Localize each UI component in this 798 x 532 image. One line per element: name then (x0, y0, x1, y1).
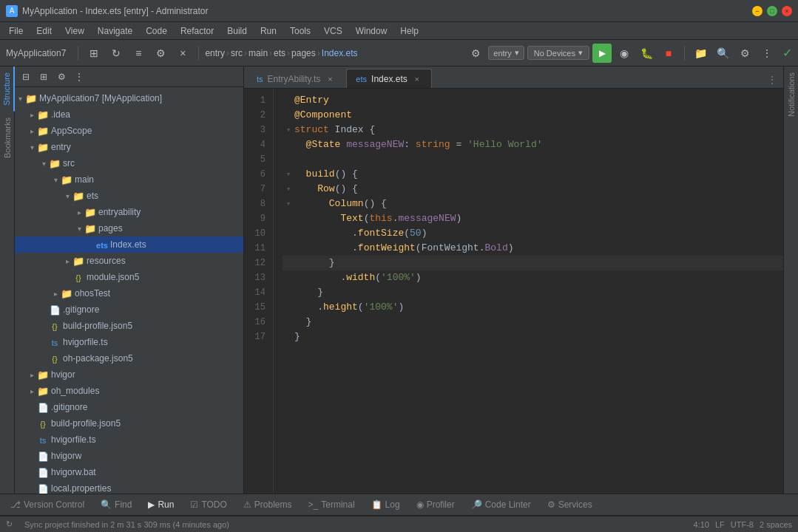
tree-item-build-profile1[interactable]: {}build-profile.json5 (15, 318, 243, 334)
project-selector[interactable]: MyApplication7 (6, 48, 66, 58)
tree-item-myapp[interactable]: ▾📁MyApplication7 [MyApplication] (15, 90, 243, 106)
fold-indicator-8[interactable]: ▾ (283, 197, 294, 211)
menu-item-refactor[interactable]: Refactor (175, 23, 220, 39)
tree-item-entry[interactable]: ▾📁entry (15, 139, 243, 155)
tree-item-gitignore2[interactable]: 📄.gitignore (15, 399, 243, 415)
fold-indicator-3[interactable]: ▾ (283, 123, 294, 137)
tree-item-local-props[interactable]: 📄local.properties (15, 480, 243, 494)
bottom-tab-profiler[interactable]: ◉ Profiler (409, 496, 462, 514)
breadcrumb-pages[interactable]: pages (291, 48, 316, 58)
tab-more-btn[interactable]: ⋮ (764, 72, 780, 88)
tab-entry-ability[interactable]: ts EntryAbility.ts × (247, 69, 345, 88)
minimize-button[interactable]: − (752, 6, 763, 16)
menu-item-edit[interactable]: Edit (30, 23, 58, 39)
tree-item-pages[interactable]: ▾📁pages (15, 220, 243, 236)
tree-item-index-ets[interactable]: etsIndex.ets (15, 236, 243, 253)
left-tab-structure[interactable]: Structure (0, 66, 15, 112)
tree-item-ets[interactable]: ▾📁ets (15, 188, 243, 204)
entry-selector[interactable]: entry ▾ (488, 46, 524, 60)
sidebar-settings-btn[interactable]: ⚙ (53, 69, 70, 85)
right-tab-notifications[interactable]: Notifications (784, 66, 798, 123)
tree-item-src[interactable]: ▾📁src (15, 155, 243, 171)
tree-item-appscope[interactable]: ▸📁AppScope (15, 123, 243, 139)
fold-indicator-7[interactable]: ▾ (283, 182, 294, 197)
file-ts-icon: ts (40, 436, 47, 445)
tree-item-hvigorfile1[interactable]: tshvigorfile.ts (15, 334, 243, 350)
bottom-tab-problems[interactable]: ⚠ Problems (236, 496, 300, 514)
menu-item-code[interactable]: Code (140, 23, 173, 39)
sidebar-expand-btn[interactable]: ⊞ (35, 69, 52, 85)
project-view-btn[interactable]: ⊞ (84, 44, 104, 63)
menu-item-view[interactable]: View (59, 23, 90, 39)
bottom-tab-version-control[interactable]: ⎇ Version Control (3, 496, 92, 514)
menu-item-help[interactable]: Help (394, 23, 425, 39)
settings-icon[interactable]: ⚙ (466, 44, 485, 63)
close-panel-btn[interactable]: × (173, 44, 192, 63)
bottom-tab-log[interactable]: 📋 Log (364, 496, 408, 514)
settings2-btn[interactable]: ⚙ (735, 44, 754, 63)
settings-btn[interactable]: ⚙ (151, 44, 170, 63)
breadcrumb-entry[interactable]: entry (205, 48, 225, 58)
tree-item-idea[interactable]: ▸📁.idea (15, 106, 243, 123)
folder-btn[interactable]: 📁 (691, 44, 710, 63)
status-sync-icon[interactable]: ↻ (6, 519, 13, 529)
debug-btn[interactable]: 🐛 (637, 44, 656, 63)
tab-indexets-close[interactable]: × (412, 74, 422, 84)
tree-item-hvigorfile2[interactable]: tshvigorfile.ts (15, 432, 243, 448)
device-selector[interactable]: No Devices ▾ (527, 46, 589, 60)
indent-setting[interactable]: 2 spaces (760, 520, 792, 529)
tree-item-oh-package1[interactable]: {}oh-package.json5 (15, 350, 243, 366)
breadcrumb-src[interactable]: src (231, 48, 243, 58)
tree-item-hvigor[interactable]: ▸📁hvigor (15, 366, 243, 383)
bottom-tab-find[interactable]: 🔍 Find (93, 496, 139, 514)
maximize-button[interactable]: □ (767, 6, 777, 16)
bottom-tab-run[interactable]: ▶ Run (141, 496, 181, 514)
fold-indicator-6[interactable]: ▾ (283, 167, 294, 182)
menu-item-navigate[interactable]: Navigate (92, 23, 138, 39)
sidebar-collapse-btn[interactable]: ⊟ (18, 69, 34, 85)
menu-item-run[interactable]: Run (254, 23, 283, 39)
tree-item-hvigorw-bat[interactable]: 📄hvigorw.bat (15, 464, 243, 480)
tree-item-hvigorw[interactable]: 📄hvigorw (15, 448, 243, 464)
menu-btn[interactable]: ⋮ (757, 44, 777, 63)
left-tab-bookmarks[interactable]: Bookmarks (1, 112, 14, 164)
tab-entryability-close[interactable]: × (325, 74, 335, 84)
tree-item-resources[interactable]: ▸📁resources (15, 253, 243, 269)
tree-item-module-json[interactable]: {}module.json5 (15, 269, 243, 285)
tree-item-oh-modules[interactable]: ▸📁oh_modules (15, 383, 243, 399)
tree-item-ohostest[interactable]: ▸📁ohosTest (15, 285, 243, 301)
breadcrumb-ets[interactable]: ets (274, 48, 285, 58)
structure-btn[interactable]: ≡ (129, 44, 148, 63)
tree-arrow: ▾ (15, 95, 25, 103)
menu-item-build[interactable]: Build (221, 23, 253, 39)
breadcrumb-main[interactable]: main (248, 48, 268, 58)
menu-item-vcs[interactable]: VCS (318, 23, 348, 39)
tree-item-gitignore1[interactable]: 📄.gitignore (15, 301, 243, 318)
code-editor[interactable]: 1234567891011121314151617 @Entry @Compon… (244, 89, 783, 494)
bottom-tab-todo[interactable]: ☑ TODO (183, 496, 234, 514)
breadcrumb-current[interactable]: Index.ets (322, 48, 358, 58)
sync-btn[interactable]: ↻ (106, 44, 126, 63)
encoding[interactable]: UTF-8 (731, 520, 754, 529)
menu-item-window[interactable]: Window (350, 23, 393, 39)
profile-btn[interactable]: ◉ (615, 44, 634, 63)
cursor-position[interactable]: 4:10 (694, 520, 709, 529)
code-text-1: @Entry (294, 93, 329, 108)
stop-btn[interactable]: ■ (659, 44, 678, 63)
menu-item-file[interactable]: File (3, 23, 29, 39)
search-btn[interactable]: 🔍 (713, 44, 732, 63)
tree-item-main[interactable]: ▾📁main (15, 171, 243, 188)
menu-item-tools[interactable]: Tools (284, 23, 317, 39)
code-line-5 (283, 152, 783, 167)
sidebar-more-btn[interactable]: ⋮ (71, 69, 87, 85)
run-button[interactable]: ▶ (592, 44, 612, 63)
bottom-tab-code-linter[interactable]: 🔎 Code Linter (464, 496, 538, 514)
tree-item-build-profile2[interactable]: {}build-profile.json5 (15, 415, 243, 432)
tab-index-ets[interactable]: ets Index.ets × (346, 69, 431, 88)
line-ending[interactable]: LF (715, 520, 725, 529)
close-button[interactable]: × (782, 6, 792, 16)
code-content[interactable]: @Entry @Component▾struct Index { @State … (274, 89, 783, 494)
bottom-tab-services[interactable]: ⚙ Services (540, 496, 600, 514)
bottom-tab-terminal[interactable]: >_ Terminal (301, 496, 362, 514)
tree-item-entryability[interactable]: ▸📁entryability (15, 204, 243, 220)
